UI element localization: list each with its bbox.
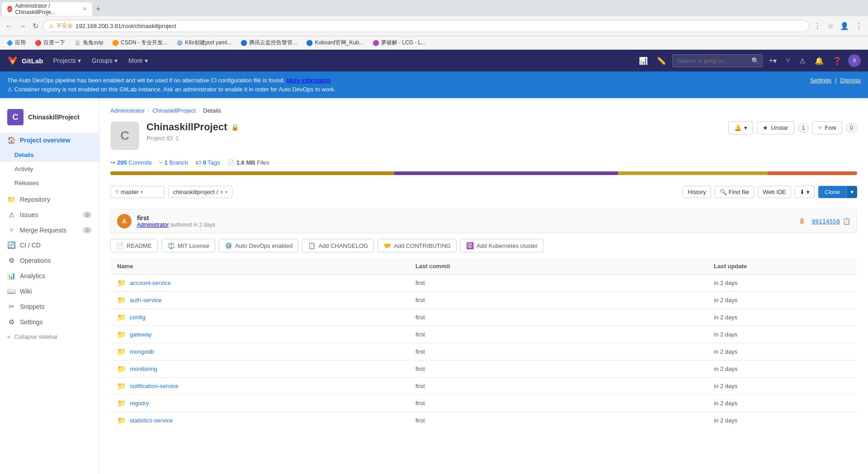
auto-devops-button[interactable]: ⚙️ Auto DevOps enabled — [219, 239, 298, 252]
fork-button[interactable]: ⑂ Fork — [812, 121, 842, 134]
issues-badge: 0 — [83, 212, 92, 218]
project-info: ChinaskillProject 🔒 Project ID: 1 — [146, 121, 721, 142]
sidebar-label-wiki: Wiki — [20, 288, 32, 295]
readme-button[interactable]: 📄 README — [110, 239, 158, 252]
readme-icon: 📄 — [116, 242, 124, 249]
file-update-cell: in 2 days — [708, 326, 857, 343]
bookmark-baidu[interactable]: 🔴百度一下 — [32, 38, 68, 47]
clone-dropdown-button[interactable]: ▾ — [846, 186, 857, 198]
settings-link[interactable]: Settings — [810, 76, 831, 85]
collapse-sidebar-button[interactable]: « Collapse sidebar — [0, 330, 99, 344]
sidebar-item-analytics[interactable]: 📊 Analytics — [0, 268, 99, 284]
help-button[interactable]: ❓ — [830, 54, 844, 68]
merge-requests-nav-button[interactable]: ⑂ — [783, 54, 793, 67]
sidebar-item-snippets[interactable]: ✂ Snippets — [0, 299, 99, 314]
devops-icon: ⚙️ — [225, 242, 232, 249]
back-button[interactable]: ← — [4, 20, 14, 32]
url-text: 192.168.200.3:81/root/chinaskillproject — [75, 23, 176, 29]
web-ide-button[interactable]: Web IDE — [758, 186, 791, 198]
commits-link[interactable]: 205 Commits — [117, 159, 152, 166]
branch-selector[interactable]: ⑂ master ▾ — [110, 186, 165, 198]
chevron-down-icon: ▾ — [850, 189, 854, 195]
stats-button[interactable]: 📊 — [636, 54, 651, 68]
add-contributing-button[interactable]: 🤝 Add CONTRIBUTING — [377, 239, 457, 252]
breadcrumb-admin[interactable]: Administrator — [110, 107, 145, 114]
bookmark-kuboard[interactable]: 🔵Kuboard官网_Kub... — [303, 38, 366, 47]
sidebar-item-repository[interactable]: 📁 Repository — [0, 192, 99, 207]
forward-button[interactable]: → — [17, 20, 28, 32]
edit-button[interactable]: ✏️ — [654, 54, 669, 68]
file-link[interactable]: 📁 statistics-service — [117, 416, 403, 425]
bookmark-csdn[interactable]: 🟠CSDN - 专业开发... — [109, 38, 170, 47]
fork-icon: ⑂ — [818, 124, 822, 131]
branches-link[interactable]: 1 Branch — [165, 159, 188, 166]
menu-button[interactable]: ⋮ — [854, 20, 864, 32]
dismiss-link[interactable]: Dismiss — [840, 76, 861, 85]
nav-groups[interactable]: Groups ▾ — [87, 54, 122, 67]
license-button[interactable]: ⚖️ MIT License — [161, 239, 216, 252]
sidebar-item-merge-requests[interactable]: ⑂ Merge Requests 0 — [0, 223, 99, 237]
gitlab-label: GitLab — [22, 57, 43, 65]
copy-hash-button[interactable]: 📋 — [843, 218, 850, 225]
bookmark-lcg[interactable]: 🟣萝破解 - LCG - L... — [370, 38, 429, 47]
todos-button[interactable]: 🔔 — [812, 54, 826, 68]
main-content: Administrator › ChinaskillProject › Deta… — [99, 98, 868, 474]
unstar-button[interactable]: ★ Unstar — [757, 121, 794, 134]
file-link[interactable]: 📁 notification-service — [117, 382, 403, 390]
sidebar-item-releases[interactable]: Releases — [0, 176, 99, 190]
add-changelog-button[interactable]: 📋 Add CHANGELOG — [302, 239, 374, 252]
breadcrumb-project[interactable]: ChinaskillProject — [152, 107, 196, 114]
nav-more[interactable]: More ▾ — [124, 54, 152, 67]
gitlab-logo[interactable]: GitLab — [7, 55, 43, 66]
more-information-link[interactable]: More information — [287, 77, 331, 84]
sidebar-item-cicd[interactable]: 🔄 CI / CD — [0, 237, 99, 253]
add-kubernetes-button[interactable]: ☸️ Add Kubernetes cluster — [460, 239, 543, 252]
extensions-button[interactable]: ⋮ — [812, 20, 823, 32]
new-project-button[interactable]: + ▾ — [766, 54, 779, 68]
tab-close-button[interactable]: × — [83, 5, 87, 13]
commit-hash-link[interactable]: 99114550 — [811, 218, 840, 225]
address-bar[interactable]: ⚠ 不安全 192.168.200.3:81/root/chinaskillpr… — [43, 20, 809, 32]
sidebar-label-activity: Activity — [14, 166, 33, 172]
bookmark-tencent[interactable]: 🔵腾讯云监控告警管... — [238, 38, 300, 47]
commit-author-link[interactable]: Administrator — [137, 222, 169, 228]
issues-nav-button[interactable]: ⚠ — [797, 54, 808, 68]
search-input[interactable] — [672, 54, 763, 67]
fork-count: 0 — [846, 123, 857, 133]
file-link[interactable]: 📁 gateway — [117, 330, 403, 339]
profile-button[interactable]: 👤 — [838, 20, 851, 32]
file-link[interactable]: 📁 registry — [117, 399, 403, 408]
sidebar-item-wiki[interactable]: 📖 Wiki — [0, 284, 99, 299]
nav-projects[interactable]: Projects ▾ — [49, 54, 86, 67]
history-button[interactable]: History — [683, 186, 711, 198]
bookmark-apps[interactable]: 🔷应用 — [4, 38, 28, 47]
sidebar-item-operations[interactable]: ⚙ Operations — [0, 253, 99, 268]
bookmark-button[interactable]: ☆ — [826, 20, 835, 32]
path-breadcrumb: chinaskillproject / + ▾ — [168, 186, 232, 198]
user-avatar[interactable]: A — [848, 54, 861, 67]
download-button[interactable]: ⬇ ▾ — [795, 186, 815, 198]
notification-button[interactable]: 🔔 ▾ — [728, 121, 753, 134]
refresh-button[interactable]: ↻ — [31, 20, 40, 32]
file-link[interactable]: 📁 mongodb — [117, 347, 403, 356]
tags-link[interactable]: 0 Tags — [203, 159, 220, 166]
file-link[interactable]: 📁 account-service — [117, 279, 403, 287]
new-tab-button[interactable]: + — [92, 5, 104, 14]
file-link[interactable]: 📁 config — [117, 313, 403, 322]
sidebar-label-analytics: Analytics — [20, 272, 45, 280]
sidebar-label-settings: Settings — [20, 318, 43, 326]
active-tab[interactable]: GL Administrator / ChinaskillProje... × — [2, 2, 92, 16]
sidebar-item-issues[interactable]: ⚠ Issues 0 — [0, 207, 99, 223]
path-plus-button[interactable]: + — [220, 189, 223, 195]
sidebar-item-settings[interactable]: ⚙ Settings — [0, 314, 99, 330]
file-link[interactable]: 📁 auth-service — [117, 296, 403, 304]
clone-button[interactable]: Clone — [818, 186, 846, 198]
file-link[interactable]: 📁 monitoring — [117, 365, 403, 373]
sidebar-item-details[interactable]: Details — [0, 148, 99, 162]
sidebar-item-activity[interactable]: Activity — [0, 162, 99, 176]
wiki-icon: 📖 — [7, 287, 15, 295]
find-file-button[interactable]: 🔍 Find file — [715, 186, 755, 198]
sidebar-item-project-overview[interactable]: 🏠 Project overview — [0, 133, 99, 148]
bookmark-k8s[interactable]: ⚙️K8s创建pod yaml... — [174, 38, 234, 47]
bookmark-rabbit[interactable]: 🐰兔兔svip — [71, 38, 106, 47]
